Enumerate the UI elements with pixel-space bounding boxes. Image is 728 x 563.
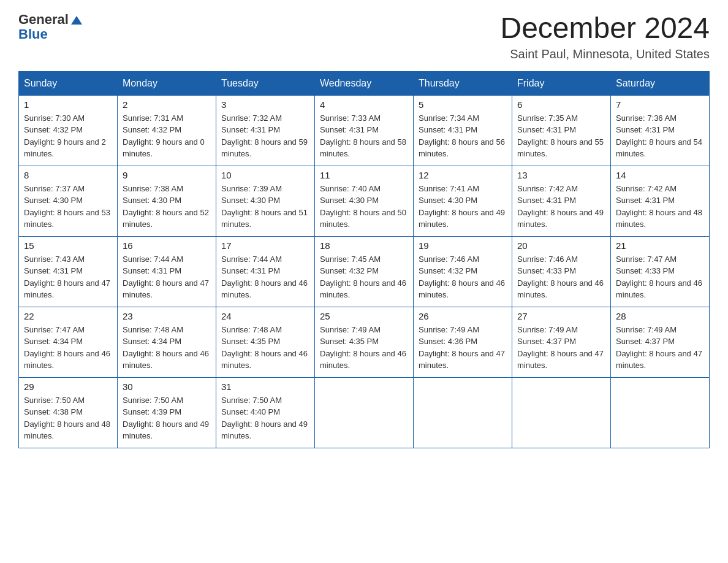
calendar-cell: 11 Sunrise: 7:40 AMSunset: 4:30 PMDaylig…: [315, 166, 414, 236]
header-wednesday: Wednesday: [315, 71, 414, 95]
day-info: Sunrise: 7:31 AMSunset: 4:32 PMDaylight:…: [123, 112, 211, 160]
calendar-cell: 2 Sunrise: 7:31 AMSunset: 4:32 PMDayligh…: [118, 95, 216, 166]
calendar-cell: 22 Sunrise: 7:47 AMSunset: 4:34 PMDaylig…: [19, 307, 118, 377]
day-info: Sunrise: 7:49 AMSunset: 4:36 PMDaylight:…: [419, 324, 507, 372]
day-info: Sunrise: 7:35 AMSunset: 4:31 PMDaylight:…: [517, 112, 605, 160]
calendar-cell: 3 Sunrise: 7:32 AMSunset: 4:31 PMDayligh…: [216, 95, 315, 166]
calendar-week-row: 8 Sunrise: 7:37 AMSunset: 4:30 PMDayligh…: [19, 166, 710, 236]
header-saturday: Saturday: [611, 71, 710, 95]
calendar-cell: 8 Sunrise: 7:37 AMSunset: 4:30 PMDayligh…: [19, 166, 118, 236]
header-friday: Friday: [512, 71, 611, 95]
day-info: Sunrise: 7:34 AMSunset: 4:31 PMDaylight:…: [419, 112, 507, 160]
day-number: 25: [320, 311, 408, 321]
calendar-week-row: 29 Sunrise: 7:50 AMSunset: 4:38 PMDaylig…: [19, 377, 710, 448]
calendar-cell: 17 Sunrise: 7:44 AMSunset: 4:31 PMDaylig…: [216, 236, 315, 307]
day-number: 17: [221, 240, 309, 251]
calendar-cell: 15 Sunrise: 7:43 AMSunset: 4:31 PMDaylig…: [19, 236, 118, 307]
day-info: Sunrise: 7:45 AMSunset: 4:32 PMDaylight:…: [320, 253, 408, 301]
day-number: 6: [517, 99, 605, 110]
day-info: Sunrise: 7:49 AMSunset: 4:37 PMDaylight:…: [517, 324, 605, 372]
logo: General Blue: [18, 12, 83, 42]
calendar-cell: 14 Sunrise: 7:42 AMSunset: 4:31 PMDaylig…: [611, 166, 710, 236]
calendar-cell: 5 Sunrise: 7:34 AMSunset: 4:31 PMDayligh…: [414, 95, 512, 166]
day-number: 16: [123, 240, 211, 251]
calendar-cell: 4 Sunrise: 7:33 AMSunset: 4:31 PMDayligh…: [315, 95, 414, 166]
day-number: 1: [24, 99, 112, 110]
day-info: Sunrise: 7:36 AMSunset: 4:31 PMDaylight:…: [616, 112, 704, 160]
logo-general-text: General: [18, 12, 69, 27]
title-area: December 2024 Saint Paul, Minnesota, Uni…: [500, 12, 710, 61]
day-info: Sunrise: 7:43 AMSunset: 4:31 PMDaylight:…: [24, 253, 112, 301]
calendar-cell: 19 Sunrise: 7:46 AMSunset: 4:32 PMDaylig…: [414, 236, 512, 307]
calendar-cell: [611, 377, 710, 448]
day-number: 20: [517, 240, 605, 251]
day-info: Sunrise: 7:48 AMSunset: 4:35 PMDaylight:…: [221, 324, 309, 372]
day-info: Sunrise: 7:44 AMSunset: 4:31 PMDaylight:…: [221, 253, 309, 301]
calendar-cell: 18 Sunrise: 7:45 AMSunset: 4:32 PMDaylig…: [315, 236, 414, 307]
day-info: Sunrise: 7:49 AMSunset: 4:37 PMDaylight:…: [616, 324, 704, 372]
day-number: 26: [419, 311, 507, 321]
calendar-cell: 21 Sunrise: 7:47 AMSunset: 4:33 PMDaylig…: [611, 236, 710, 307]
day-number: 13: [517, 170, 605, 180]
calendar-header-row: SundayMondayTuesdayWednesdayThursdayFrid…: [19, 71, 710, 95]
day-info: Sunrise: 7:44 AMSunset: 4:31 PMDaylight:…: [123, 253, 211, 301]
day-number: 12: [419, 170, 507, 180]
location-title: Saint Paul, Minnesota, United States: [500, 47, 710, 61]
calendar-week-row: 1 Sunrise: 7:30 AMSunset: 4:32 PMDayligh…: [19, 95, 710, 166]
calendar-cell: 26 Sunrise: 7:49 AMSunset: 4:36 PMDaylig…: [414, 307, 512, 377]
day-info: Sunrise: 7:48 AMSunset: 4:34 PMDaylight:…: [123, 324, 211, 372]
day-info: Sunrise: 7:50 AMSunset: 4:39 PMDaylight:…: [123, 394, 211, 442]
day-number: 22: [24, 311, 112, 321]
calendar-cell: 25 Sunrise: 7:49 AMSunset: 4:35 PMDaylig…: [315, 307, 414, 377]
day-info: Sunrise: 7:49 AMSunset: 4:35 PMDaylight:…: [320, 324, 408, 372]
calendar-cell: [512, 377, 611, 448]
day-number: 24: [221, 311, 309, 321]
header-tuesday: Tuesday: [216, 71, 315, 95]
day-number: 3: [221, 99, 309, 110]
day-info: Sunrise: 7:42 AMSunset: 4:31 PMDaylight:…: [616, 183, 704, 231]
calendar-cell: 13 Sunrise: 7:42 AMSunset: 4:31 PMDaylig…: [512, 166, 611, 236]
day-info: Sunrise: 7:50 AMSunset: 4:40 PMDaylight:…: [221, 394, 309, 442]
day-number: 27: [517, 311, 605, 321]
calendar-cell: 30 Sunrise: 7:50 AMSunset: 4:39 PMDaylig…: [118, 377, 216, 448]
calendar-cell: 1 Sunrise: 7:30 AMSunset: 4:32 PMDayligh…: [19, 95, 118, 166]
calendar-cell: 24 Sunrise: 7:48 AMSunset: 4:35 PMDaylig…: [216, 307, 315, 377]
svg-marker-0: [71, 16, 82, 25]
calendar-cell: 6 Sunrise: 7:35 AMSunset: 4:31 PMDayligh…: [512, 95, 611, 166]
calendar-cell: 23 Sunrise: 7:48 AMSunset: 4:34 PMDaylig…: [118, 307, 216, 377]
day-info: Sunrise: 7:30 AMSunset: 4:32 PMDaylight:…: [24, 112, 112, 160]
calendar-cell: 27 Sunrise: 7:49 AMSunset: 4:37 PMDaylig…: [512, 307, 611, 377]
calendar-cell: 31 Sunrise: 7:50 AMSunset: 4:40 PMDaylig…: [216, 377, 315, 448]
day-number: 23: [123, 311, 211, 321]
day-number: 10: [221, 170, 309, 180]
day-number: 15: [24, 240, 112, 251]
day-number: 4: [320, 99, 408, 110]
day-number: 28: [616, 311, 704, 321]
day-number: 11: [320, 170, 408, 180]
day-number: 29: [24, 381, 112, 392]
day-info: Sunrise: 7:37 AMSunset: 4:30 PMDaylight:…: [24, 183, 112, 231]
day-number: 18: [320, 240, 408, 251]
day-info: Sunrise: 7:46 AMSunset: 4:33 PMDaylight:…: [517, 253, 605, 301]
calendar-cell: 9 Sunrise: 7:38 AMSunset: 4:30 PMDayligh…: [118, 166, 216, 236]
page-header: General Blue December 2024 Saint Paul, M…: [18, 12, 710, 61]
day-number: 9: [123, 170, 211, 180]
calendar-cell: 29 Sunrise: 7:50 AMSunset: 4:38 PMDaylig…: [19, 377, 118, 448]
day-number: 5: [419, 99, 507, 110]
calendar-table: SundayMondayTuesdayWednesdayThursdayFrid…: [18, 71, 710, 448]
day-number: 19: [419, 240, 507, 251]
day-info: Sunrise: 7:38 AMSunset: 4:30 PMDaylight:…: [123, 183, 211, 231]
day-number: 21: [616, 240, 704, 251]
day-info: Sunrise: 7:42 AMSunset: 4:31 PMDaylight:…: [517, 183, 605, 231]
day-number: 7: [616, 99, 704, 110]
calendar-cell: 12 Sunrise: 7:41 AMSunset: 4:30 PMDaylig…: [414, 166, 512, 236]
calendar-cell: 7 Sunrise: 7:36 AMSunset: 4:31 PMDayligh…: [611, 95, 710, 166]
header-thursday: Thursday: [414, 71, 512, 95]
day-info: Sunrise: 7:33 AMSunset: 4:31 PMDaylight:…: [320, 112, 408, 160]
day-number: 14: [616, 170, 704, 180]
day-info: Sunrise: 7:47 AMSunset: 4:33 PMDaylight:…: [616, 253, 704, 301]
header-sunday: Sunday: [19, 71, 118, 95]
day-info: Sunrise: 7:47 AMSunset: 4:34 PMDaylight:…: [24, 324, 112, 372]
month-title: December 2024: [500, 12, 710, 45]
calendar-cell: [414, 377, 512, 448]
